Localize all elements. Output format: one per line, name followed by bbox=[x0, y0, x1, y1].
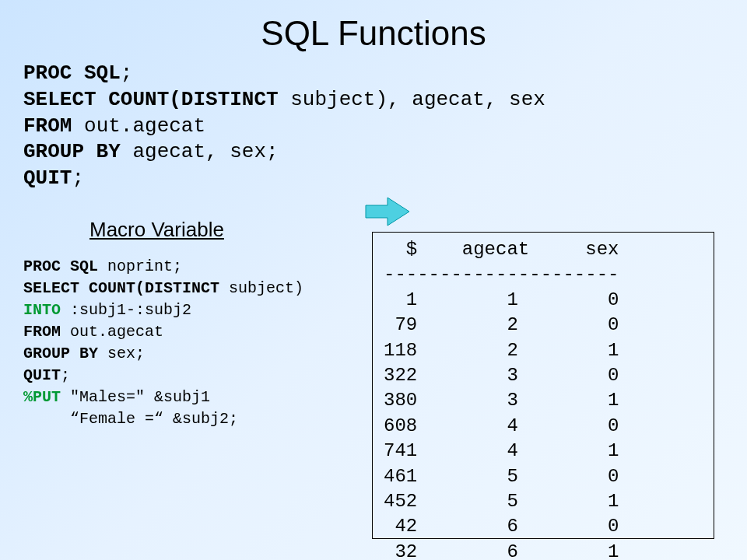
code-line: INTO :subj1-:subj2 bbox=[23, 299, 374, 321]
code-line: FROM out.agecat bbox=[23, 114, 747, 140]
table-row: 452 5 1 bbox=[384, 491, 619, 512]
table-row: 741 4 1 bbox=[384, 440, 619, 461]
code-text: sex; bbox=[98, 345, 145, 362]
keyword: GROUP BY bbox=[23, 140, 121, 163]
code-text: :subj1-:subj2 bbox=[61, 301, 191, 319]
code-block-macro: PROC SQL noprint; SELECT COUNT(DISTINCT … bbox=[23, 256, 374, 430]
keyword: PROC SQL bbox=[23, 257, 98, 275]
keyword: PROC SQL bbox=[23, 61, 121, 85]
keyword: SELECT COUNT(DISTINCT bbox=[23, 279, 219, 297]
page-title: SQL Functions bbox=[0, 0, 747, 61]
code-text: ; bbox=[61, 366, 70, 384]
code-block-main: PROC SQL; SELECT COUNT(DISTINCT subject)… bbox=[23, 61, 747, 192]
keyword: SELECT COUNT(DISTINCT bbox=[23, 88, 279, 111]
keyword: QUIT bbox=[23, 166, 72, 190]
code-text: ; bbox=[121, 61, 133, 85]
code-line: SELECT COUNT(DISTINCT subject) bbox=[23, 278, 374, 299]
code-line: QUIT; bbox=[23, 166, 747, 192]
table-row: 32 6 1 bbox=[384, 541, 619, 560]
code-line: GROUP BY sex; bbox=[23, 343, 374, 365]
keyword-green: %PUT bbox=[23, 388, 61, 406]
keyword: QUIT bbox=[23, 366, 61, 384]
code-line: %PUT "Males=" &subj1 bbox=[23, 387, 374, 408]
code-text: out.agecat bbox=[61, 323, 163, 341]
macro-heading: Macro Variable bbox=[89, 218, 374, 242]
output-header: $ agecat sex bbox=[384, 239, 619, 260]
keyword: FROM bbox=[23, 323, 61, 341]
code-line: PROC SQL; bbox=[23, 61, 747, 87]
table-row: 608 4 0 bbox=[384, 415, 619, 436]
table-row: 42 6 0 bbox=[384, 516, 619, 537]
code-line: FROM out.agecat bbox=[23, 321, 374, 343]
table-row: 380 3 1 bbox=[384, 390, 619, 411]
code-text: subject) bbox=[219, 279, 303, 297]
keyword: FROM bbox=[23, 114, 72, 138]
keyword: GROUP BY bbox=[23, 345, 98, 362]
code-line: PROC SQL noprint; bbox=[23, 256, 374, 278]
keyword-green: INTO bbox=[23, 301, 61, 319]
table-row: 79 2 0 bbox=[384, 314, 619, 335]
output-divider: --------------------- bbox=[384, 264, 619, 285]
table-row: 118 2 1 bbox=[384, 340, 619, 361]
code-line: QUIT; bbox=[23, 365, 374, 387]
code-text: noprint; bbox=[98, 257, 182, 275]
code-text: "Males=" &subj1 bbox=[61, 388, 210, 406]
code-text: agecat, sex; bbox=[121, 140, 279, 163]
output-panel: $ agecat sex --------------------- 1 1 0… bbox=[372, 232, 714, 539]
table-row: 461 5 0 bbox=[384, 466, 619, 487]
code-line: SELECT COUNT(DISTINCT subject), agecat, … bbox=[23, 87, 747, 114]
code-text: subject), agecat, sex bbox=[279, 88, 545, 111]
table-row: 322 3 0 bbox=[384, 365, 619, 386]
table-row: 1 1 0 bbox=[384, 289, 619, 310]
code-line: “Female =“ &subj2; bbox=[23, 408, 374, 430]
code-line: GROUP BY agecat, sex; bbox=[23, 139, 747, 166]
code-text: ; bbox=[72, 166, 84, 190]
code-text: out.agecat bbox=[72, 114, 205, 138]
